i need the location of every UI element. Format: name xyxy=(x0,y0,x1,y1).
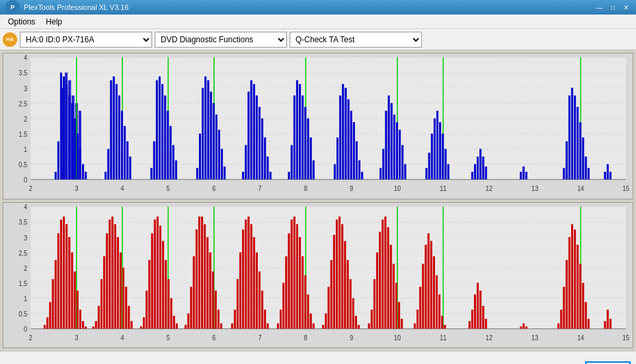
svg-rect-86 xyxy=(213,103,215,180)
svg-rect-294 xyxy=(322,324,324,328)
svg-rect-297 xyxy=(331,260,333,328)
svg-rect-335 xyxy=(474,294,476,328)
svg-text:7: 7 xyxy=(258,334,261,342)
toolbar-logo: HA xyxy=(3,32,17,47)
svg-rect-122 xyxy=(361,172,363,180)
svg-text:4: 4 xyxy=(24,203,28,211)
close-button[interactable]: ✕ xyxy=(621,3,631,12)
svg-rect-284 xyxy=(288,233,290,328)
menu-bar: Options Help xyxy=(0,15,636,29)
svg-rect-282 xyxy=(282,283,284,328)
svg-rect-301 xyxy=(341,224,343,328)
svg-rect-223 xyxy=(93,326,95,328)
svg-rect-222 xyxy=(85,326,87,328)
svg-rect-51 xyxy=(63,77,65,180)
svg-rect-233 xyxy=(120,252,122,329)
svg-text:13: 13 xyxy=(532,184,539,192)
toolbar: HA HA:0 ID:0 PX-716A DVD Diagnostic Func… xyxy=(0,29,636,50)
svg-rect-344 xyxy=(560,309,562,328)
svg-rect-232 xyxy=(117,237,119,328)
svg-rect-330 xyxy=(438,294,440,328)
svg-text:3.5: 3.5 xyxy=(19,69,27,77)
svg-rect-235 xyxy=(125,287,127,329)
start-button[interactable]: Start xyxy=(585,361,631,365)
svg-rect-120 xyxy=(356,141,358,180)
menu-help[interactable]: Help xyxy=(40,16,67,28)
svg-rect-53 xyxy=(68,96,70,180)
svg-rect-345 xyxy=(563,287,565,329)
svg-rect-104 xyxy=(294,96,296,180)
svg-rect-102 xyxy=(288,172,290,180)
svg-rect-68 xyxy=(126,141,128,180)
drive-select[interactable]: HA:0 ID:0 PX-716A xyxy=(20,32,152,48)
svg-rect-97 xyxy=(258,107,260,180)
svg-rect-266 xyxy=(231,323,233,328)
svg-text:3: 3 xyxy=(24,234,28,242)
svg-rect-78 xyxy=(173,145,175,180)
title-bar-left: P PlexTools Professional XL V3.16 xyxy=(5,0,129,15)
minimize-button[interactable]: — xyxy=(595,3,604,12)
svg-rect-278 xyxy=(264,309,266,328)
svg-rect-156 xyxy=(576,107,578,180)
svg-rect-355 xyxy=(604,321,606,329)
svg-rect-60 xyxy=(104,172,106,180)
svg-rect-224 xyxy=(95,321,97,329)
svg-rect-341 xyxy=(522,323,524,328)
svg-rect-316 xyxy=(390,244,392,328)
svg-rect-251 xyxy=(176,323,178,328)
svg-rect-123 xyxy=(379,168,381,179)
menu-options[interactable]: Options xyxy=(3,16,40,28)
svg-rect-242 xyxy=(151,233,153,328)
svg-text:2.5: 2.5 xyxy=(19,249,27,257)
svg-rect-329 xyxy=(436,275,438,328)
svg-rect-322 xyxy=(417,309,418,328)
svg-rect-88 xyxy=(218,130,220,180)
svg-rect-338 xyxy=(482,305,484,328)
svg-text:10: 10 xyxy=(394,184,401,192)
title-bar: P PlexTools Professional XL V3.16 — □ ✕ xyxy=(0,0,636,15)
svg-rect-290 xyxy=(304,275,306,328)
svg-rect-114 xyxy=(339,96,341,180)
svg-rect-327 xyxy=(430,240,432,328)
svg-rect-291 xyxy=(307,294,309,328)
svg-rect-55 xyxy=(74,118,76,179)
svg-rect-343 xyxy=(557,323,559,328)
svg-rect-151 xyxy=(563,168,565,179)
svg-rect-130 xyxy=(399,130,401,180)
svg-rect-65 xyxy=(118,96,120,180)
svg-rect-272 xyxy=(247,216,249,328)
svg-rect-265 xyxy=(220,323,222,328)
svg-rect-109 xyxy=(307,118,309,179)
svg-rect-148 xyxy=(520,172,522,180)
svg-rect-61 xyxy=(107,149,109,179)
svg-rect-98 xyxy=(261,118,263,179)
svg-rect-155 xyxy=(574,96,576,180)
svg-rect-334 xyxy=(471,309,473,328)
top-chart: 4 3.5 3 2.5 2 1.5 1 0.5 0 2 3 4 5 6 7 8 … xyxy=(3,53,633,200)
svg-rect-225 xyxy=(98,305,100,328)
svg-rect-158 xyxy=(582,137,584,180)
test-select[interactable]: Q-Check TA Test xyxy=(290,32,422,48)
svg-rect-244 xyxy=(157,216,159,328)
functions-select[interactable]: DVD Diagnostic Functions xyxy=(155,32,287,48)
svg-rect-71 xyxy=(153,141,155,180)
svg-rect-246 xyxy=(162,240,164,328)
svg-rect-56 xyxy=(77,133,79,179)
svg-rect-113 xyxy=(337,137,338,180)
svg-text:2: 2 xyxy=(24,115,27,123)
svg-rect-110 xyxy=(310,137,312,180)
svg-rect-139 xyxy=(442,133,444,179)
svg-rect-263 xyxy=(215,290,217,328)
svg-rect-305 xyxy=(352,298,354,328)
svg-text:3: 3 xyxy=(75,184,79,192)
svg-rect-82 xyxy=(202,88,204,180)
svg-text:11: 11 xyxy=(440,334,446,342)
svg-text:4: 4 xyxy=(120,184,124,192)
maximize-button[interactable]: □ xyxy=(608,3,617,12)
svg-rect-337 xyxy=(479,290,481,328)
svg-text:4: 4 xyxy=(120,334,124,342)
svg-rect-211 xyxy=(55,260,57,328)
svg-rect-213 xyxy=(60,219,62,328)
svg-rect-285 xyxy=(291,219,293,328)
svg-rect-157 xyxy=(579,122,581,180)
